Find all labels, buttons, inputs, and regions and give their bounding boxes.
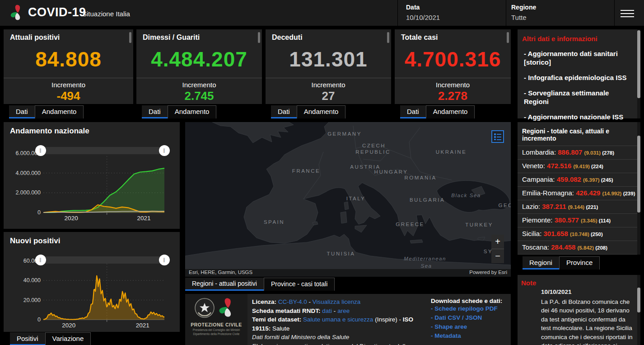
altri-dati-link-sorveglianza-settimanale-regioni[interactable]: - Sorveglianza settimanale Regioni [518, 89, 640, 106]
region-row-veneto[interactable]: Veneto: 472.516 (9.419) (224) [518, 159, 640, 173]
increment-value: 27 [266, 89, 391, 103]
map-tab-regioni-attuali-positivi[interactable]: Regioni - attuali positivi [185, 278, 264, 291]
scrollbar-thumb[interactable] [637, 288, 640, 312]
region-increment: (114) [599, 218, 611, 223]
logo-text-1: PROTEZIONE CIVILE [185, 322, 247, 327]
scrollbar-thumb[interactable] [387, 32, 389, 43]
stat-card-deceduti-tabs: DatiAndamento [271, 105, 345, 118]
region-row-puglia[interactable]: Puglia: 269.758 (2.382) (62) [518, 254, 640, 255]
stat-card-totale-casi-tab-dati[interactable]: Dati [400, 105, 426, 118]
stat-column-totale-casi: Totale casi4.700.316Incremento2.278DatiA… [395, 29, 511, 104]
altri-dati-link-infografica-epidemiologica-iss[interactable]: - Infografica epidemiologica ISS [518, 73, 640, 82]
stat-card-dimessi-guariti-tab-andamento[interactable]: Andamento [168, 105, 217, 118]
regions-tab-province[interactable]: Province [559, 256, 600, 269]
stat-card-deceduti-tab-dati[interactable]: Dati [271, 105, 297, 118]
region-selector[interactable]: Regione Tutte [511, 4, 536, 21]
menu-icon[interactable] [621, 8, 634, 18]
region-row-piemonte[interactable]: Piemonte: 380.577 (3.345) (114) [518, 213, 640, 227]
legend-icon[interactable] [491, 130, 504, 143]
altri-dati-link-aggiornamento-nazionale-iss[interactable]: - Aggiornamento nazionale ISS [518, 113, 640, 121]
stat-column-attuali-positivi: Attuali positivi84.808Incremento-494Dati… [4, 29, 133, 104]
slider-handle-right[interactable]: ∥ [159, 255, 170, 265]
app-title: COVID-19 [28, 5, 86, 19]
increment-section: Incremento2.278 [395, 78, 511, 104]
data-management-note: Elaborazione e gestione dati a cura del … [252, 342, 425, 345]
slider-track[interactable] [45, 256, 160, 264]
scrollbar-thumb[interactable] [129, 32, 131, 43]
stat-card-attuali-positivi-tab-andamento[interactable]: Andamento [35, 105, 84, 118]
download-link-dati-csv-json[interactable]: - Dati CSV / JSON [431, 313, 509, 322]
svg-text:2.000.000: 2.000.000 [15, 189, 41, 196]
region-row-sicilia[interactable]: Sicilia: 301.658 (10.748) (250) [518, 227, 640, 241]
date-selector[interactable]: Data 10/10/2021 [406, 4, 440, 21]
dataset-theme-link[interactable]: Salute umana e sicurezza [303, 316, 373, 323]
region-increment: (239) [623, 191, 635, 196]
region-row-lombardia[interactable]: Lombardia: 886.807 (9.031) (278) [518, 146, 640, 159]
stat-card-title: Attuali positivi [4, 29, 133, 42]
region-name: Campania: [522, 175, 557, 183]
stat-card-dimessi-guariti: Dimessi / Guariti4.484.207Incremento2.74… [136, 29, 262, 104]
increment-section: Incremento-494 [4, 78, 133, 104]
stat-card-attuali-positivi-tabs: DatiAndamento [9, 105, 84, 118]
nuovi-positivi-tabs: PositiviVariazione [10, 332, 91, 345]
altri-dati-panel: Altri dati e informazioni - Aggiornament… [518, 29, 640, 118]
region-name: Piemonte: [522, 216, 555, 224]
zoom-out-button[interactable]: − [491, 249, 504, 263]
note-date: 10/10/2021 [541, 288, 637, 297]
stat-card-totale-casi-tab-andamento[interactable]: Andamento [426, 105, 475, 118]
nuovi-positivi-tab-positivi[interactable]: Positivi [10, 332, 45, 345]
region-name: Lazio: [522, 203, 542, 210]
zoom-in-button[interactable]: + [491, 235, 504, 249]
stat-card-dimessi-guariti-tab-dati[interactable]: Dati [142, 105, 168, 118]
metadata-dati-link[interactable]: dati [322, 307, 332, 314]
region-total-cases: 472.516 [547, 162, 573, 170]
increment-section: Incremento27 [266, 78, 391, 104]
scrollbar-thumb[interactable] [507, 32, 509, 43]
region-increment: (221) [586, 204, 598, 210]
slider-handle-right[interactable]: ∥ [159, 145, 170, 156]
view-license-link[interactable]: Visualizza licenza [313, 298, 360, 305]
region-row-campania[interactable]: Campania: 459.082 (6.397) (245) [518, 173, 640, 186]
download-link-schede-riepilogo-pdf[interactable]: - Schede riepilogo PDF [431, 304, 509, 313]
metadata-aree-link[interactable]: aree [337, 307, 350, 314]
regions-title: Regioni - totale casi, attuali e increme… [518, 122, 640, 146]
nuovi-positivi-tab-variazione[interactable]: Variazione [45, 332, 91, 345]
andamento-nazionale-panel: Andamento nazionale 02.000.0004.000.0006… [4, 122, 180, 229]
inspire-text: (Inspire) - [375, 316, 401, 323]
slider-track[interactable] [45, 147, 160, 154]
regions-tab-regioni[interactable]: Regioni [523, 256, 559, 269]
scrollbar-thumb[interactable] [637, 30, 640, 98]
license-link[interactable]: CC-BY-4.0 [278, 298, 307, 305]
note-text: La P.A. di Bolzano comunica che dei 46 n… [541, 298, 637, 345]
europe-map[interactable]: GERMANYCZECHREPUBLICUKRAINEAUSTRIAFRANCE… [185, 122, 511, 277]
time-range-slider: ∥ ∥ [41, 255, 164, 265]
map-tab-province-casi-totali[interactable]: Province - casi totali [264, 278, 335, 291]
region-current-positives: (14.992) [602, 191, 623, 196]
download-link-metadata[interactable]: - Metadata [431, 331, 509, 340]
slider-handle-left[interactable]: ∥ [35, 255, 46, 265]
region-row-emilia-romagna[interactable]: Emilia-Romagna: 426.429 (14.992) (239) [518, 186, 640, 200]
scrollbar-thumb[interactable] [637, 136, 640, 213]
regions-panel: Regioni - totale casi, attuali e increme… [518, 122, 640, 255]
stat-card-value: 131.301 [266, 47, 391, 71]
stat-card-value: 4.700.316 [395, 47, 511, 71]
download-link-shape-aree[interactable]: - Shape aree [431, 322, 509, 331]
time-range-slider: ∥ ∥ [41, 145, 164, 156]
region-current-positives: (9.419) [573, 164, 591, 169]
slider-handle-left[interactable]: ∥ [35, 145, 46, 156]
svg-text:2020: 2020 [65, 215, 78, 222]
stat-card-value: 84.808 [4, 47, 133, 71]
data-source-note: Dati forniti dal Ministero della Salute [252, 333, 425, 342]
region-current-positives: (10.748) [570, 232, 591, 237]
increment-label: Incremento [266, 81, 391, 89]
region-row-lazio[interactable]: Lazio: 387.211 (9.144) (221) [518, 200, 640, 213]
increment-label: Incremento [395, 81, 511, 89]
increment-label: Incremento [4, 81, 133, 89]
altri-dati-link-aggiornamento-dati-sanitari-storico[interactable]: - Aggiornamento dati sanitari [storico] [518, 49, 640, 66]
scrollbar-thumb[interactable] [258, 32, 260, 43]
stat-card-attuali-positivi-tab-dati[interactable]: Dati [9, 105, 35, 118]
region-row-toscana[interactable]: Toscana: 284.458 (5.842) (208) [518, 241, 640, 254]
stat-card-deceduti-tab-andamento[interactable]: Andamento [297, 105, 346, 118]
stat-card-title: Dimessi / Guariti [136, 29, 262, 42]
region-total-cases: 426.429 [576, 189, 602, 197]
